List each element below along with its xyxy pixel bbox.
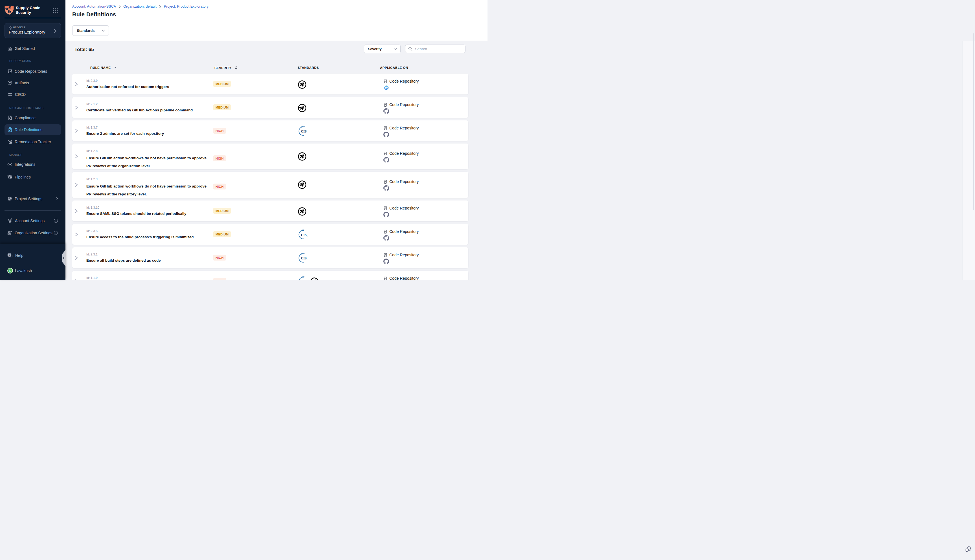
svg-text:CIS: CIS	[301, 130, 307, 133]
svg-text:CIS: CIS	[301, 256, 307, 260]
svg-text:CIS: CIS	[301, 233, 307, 237]
svg-text:CIS: CIS	[301, 280, 307, 280]
svg-text:?: ?	[9, 253, 10, 256]
